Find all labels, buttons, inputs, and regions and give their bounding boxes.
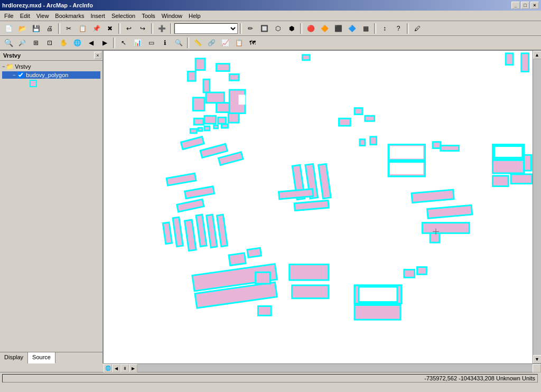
minimize-button[interactable]: _ bbox=[511, 2, 520, 9]
scroll-down-button[interactable]: ▼ bbox=[533, 355, 542, 363]
maximize-button[interactable]: □ bbox=[521, 2, 529, 9]
svg-rect-75 bbox=[404, 269, 415, 277]
scroll-track-vertical[interactable] bbox=[533, 59, 541, 355]
forward-button[interactable]: ▶ bbox=[98, 37, 111, 49]
menu-window[interactable]: Window bbox=[158, 12, 185, 20]
zoom-full-button[interactable]: ⊡ bbox=[43, 37, 56, 49]
layer-expand-icon: − bbox=[13, 72, 15, 78]
h-scroll-track[interactable] bbox=[137, 364, 533, 372]
menu-file[interactable]: File bbox=[1, 12, 17, 20]
overview-button[interactable]: 🗺 bbox=[246, 37, 259, 49]
separator1 bbox=[58, 23, 60, 34]
paste-button[interactable]: 📌 bbox=[90, 23, 102, 34]
toc-layer-row[interactable]: − budovy_polygon bbox=[2, 71, 100, 79]
cut-button[interactable]: ✂ bbox=[62, 23, 75, 34]
tool11[interactable]: 🖊 bbox=[411, 23, 424, 34]
map-area[interactable] bbox=[104, 51, 533, 363]
svg-rect-0 bbox=[195, 59, 205, 70]
tool5[interactable]: 🔴 bbox=[304, 23, 317, 34]
new-button[interactable]: 📄 bbox=[2, 23, 15, 34]
svg-rect-12 bbox=[239, 95, 245, 105]
menu-help[interactable]: Help bbox=[185, 12, 204, 20]
svg-rect-21 bbox=[221, 124, 228, 128]
svg-rect-69 bbox=[290, 265, 329, 281]
hyperlink-button[interactable]: 🔗 bbox=[205, 37, 218, 49]
svg-rect-15 bbox=[218, 117, 226, 124]
svg-rect-44 bbox=[390, 146, 423, 159]
menu-selection[interactable]: Selection bbox=[108, 12, 138, 20]
help-button[interactable]: ? bbox=[392, 23, 405, 34]
h-scroll-right-btn[interactable]: ▶ bbox=[129, 364, 137, 372]
menu-tools[interactable]: Tools bbox=[138, 12, 158, 20]
zoom-in-button[interactable]: 🔍 bbox=[2, 37, 15, 49]
meas-button[interactable]: 📏 bbox=[191, 37, 204, 49]
svg-rect-76 bbox=[417, 267, 426, 274]
tool9[interactable]: ▦ bbox=[359, 23, 372, 34]
h-scroll-end bbox=[533, 364, 541, 372]
menu-view[interactable]: View bbox=[33, 12, 52, 20]
identify-button[interactable]: ℹ bbox=[158, 37, 171, 49]
redo-button[interactable]: ↪ bbox=[136, 23, 149, 34]
svg-rect-16 bbox=[228, 113, 239, 123]
scroll-up-button[interactable]: ▲ bbox=[533, 51, 542, 59]
zoom-extent-button[interactable]: ⊞ bbox=[30, 37, 42, 49]
tool7[interactable]: ⬛ bbox=[332, 23, 344, 34]
svg-rect-24 bbox=[218, 152, 242, 165]
add-data-button[interactable]: ➕ bbox=[155, 23, 168, 34]
svg-rect-64 bbox=[294, 200, 329, 210]
svg-rect-60 bbox=[365, 116, 375, 121]
menu-bookmarks[interactable]: Bookmarks bbox=[52, 12, 87, 20]
close-button[interactable]: × bbox=[530, 2, 539, 9]
toc-legend-item bbox=[30, 80, 100, 87]
svg-rect-61 bbox=[360, 139, 365, 146]
print-button[interactable]: 🖨 bbox=[43, 23, 56, 34]
undo-button[interactable]: ↩ bbox=[123, 23, 135, 34]
results-button[interactable]: 📋 bbox=[232, 37, 245, 49]
save-button[interactable]: 💾 bbox=[30, 23, 42, 34]
globe-button[interactable]: 🌐 bbox=[71, 37, 83, 49]
edit-tool2[interactable]: 🔲 bbox=[258, 23, 270, 34]
separator6 bbox=[300, 23, 302, 34]
pan-button[interactable]: ✋ bbox=[57, 37, 70, 49]
svg-rect-26 bbox=[185, 186, 214, 199]
tool6[interactable]: 🔶 bbox=[318, 23, 331, 34]
zoom-out-button[interactable]: 🔎 bbox=[16, 37, 29, 49]
svg-rect-14 bbox=[204, 116, 216, 124]
scale-dropdown[interactable] bbox=[174, 23, 238, 34]
graph-button[interactable]: 📈 bbox=[219, 37, 231, 49]
select-rect-button[interactable]: ▭ bbox=[145, 37, 157, 49]
globe-nav-button[interactable]: 🌐 bbox=[104, 364, 112, 372]
svg-rect-1 bbox=[188, 71, 195, 81]
pause-button[interactable]: ⏸ bbox=[120, 364, 129, 372]
select-tool[interactable]: ↖ bbox=[117, 37, 130, 49]
map-svg bbox=[104, 51, 533, 363]
svg-rect-19 bbox=[204, 126, 210, 130]
layer-checkbox[interactable] bbox=[17, 72, 24, 78]
tool10[interactable]: ↕ bbox=[378, 23, 391, 34]
tab-display[interactable]: Display bbox=[0, 352, 28, 363]
open-button[interactable]: 📂 bbox=[16, 23, 29, 34]
right-scrollbar: ▲ ▼ bbox=[533, 51, 541, 363]
find-button[interactable]: 🔍 bbox=[172, 37, 185, 49]
menu-insert[interactable]: Insert bbox=[87, 12, 108, 20]
svg-rect-50 bbox=[494, 146, 522, 158]
copy-button[interactable]: 📋 bbox=[76, 23, 89, 34]
h-scroll-left-btn[interactable]: ◀ bbox=[112, 364, 120, 372]
svg-rect-54 bbox=[493, 176, 509, 186]
edit-tool1[interactable]: ✏ bbox=[244, 23, 257, 34]
dataview-button[interactable]: 📊 bbox=[131, 37, 144, 49]
tool8[interactable]: 🔷 bbox=[346, 23, 358, 34]
tab-source[interactable]: Source bbox=[28, 352, 55, 363]
back-button[interactable]: ◀ bbox=[85, 37, 97, 49]
titlebar: hrdlorezy.mxd - ArcMap - ArcInfo _ □ × bbox=[0, 0, 541, 11]
toc-close-button[interactable]: × bbox=[94, 52, 101, 59]
toc-panel: Vrstvy × − 📁 Vrstvy − budovy_polygon bbox=[0, 51, 104, 363]
group-folder-icon: 📁 bbox=[6, 63, 14, 70]
edit-tool3[interactable]: ⬡ bbox=[272, 23, 284, 34]
edit-tool4[interactable]: ⬢ bbox=[285, 23, 298, 34]
toc-expand-icon[interactable]: − bbox=[2, 64, 5, 69]
svg-rect-36 bbox=[229, 253, 246, 266]
app-title: hrdlorezy.mxd - ArcMap - ArcInfo bbox=[2, 2, 93, 8]
menu-edit[interactable]: Edit bbox=[17, 12, 33, 20]
delete-button[interactable]: ✖ bbox=[104, 23, 116, 34]
